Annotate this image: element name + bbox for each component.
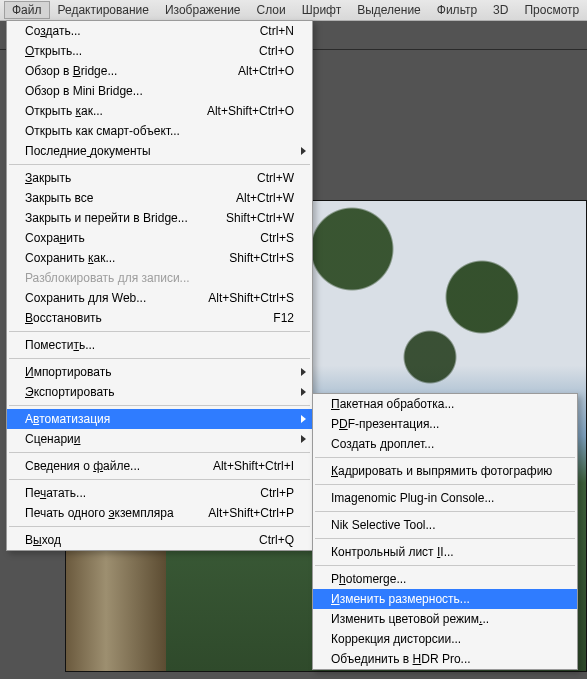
file-menu-item-23[interactable]: Сценарии: [7, 429, 312, 449]
file-menu-item-20[interactable]: Экспортировать: [7, 382, 312, 402]
menubar-item-просмотр[interactable]: Просмотр: [516, 1, 587, 19]
automation-item-2[interactable]: Создать дроплет...: [313, 434, 577, 454]
file-menu-item-28[interactable]: Печать одного экземпляраAlt+Shift+Ctrl+P: [7, 503, 312, 523]
file-menu-item-0[interactable]: Создать...Ctrl+N: [7, 21, 312, 41]
menu-item-label: Сохранить как...: [25, 251, 115, 265]
menubar-item-слои[interactable]: Слои: [249, 1, 294, 19]
menu-separator: [9, 358, 310, 359]
menu-item-label: Кадрировать и выпрямить фотографию: [331, 464, 552, 478]
file-menu-item-12[interactable]: Сохранить как...Shift+Ctrl+S: [7, 248, 312, 268]
automation-item-0[interactable]: Пакетная обработка...: [313, 394, 577, 414]
chevron-right-icon: [301, 368, 306, 376]
menu-item-label: Изменить размерность...: [331, 592, 470, 606]
automation-item-16[interactable]: Объединить в HDR Pro...: [313, 649, 577, 669]
file-menu-item-17[interactable]: Поместить...: [7, 335, 312, 355]
automation-item-12[interactable]: Photomerge...: [313, 569, 577, 589]
menu-separator: [9, 526, 310, 527]
menu-item-label: Сохранить: [25, 231, 85, 245]
menu-separator: [9, 405, 310, 406]
automation-item-10[interactable]: Контрольный лист II...: [313, 542, 577, 562]
menu-item-label: Печать одного экземпляра: [25, 506, 174, 520]
chevron-right-icon: [301, 435, 306, 443]
menu-shortcut: Ctrl+W: [257, 171, 294, 185]
automation-item-8[interactable]: Nik Selective Tool...: [313, 515, 577, 535]
automation-item-6[interactable]: Imagenomic Plug-in Console...: [313, 488, 577, 508]
menu-shortcut: Shift+Ctrl+S: [229, 251, 294, 265]
file-menu-item-1[interactable]: Открыть...Ctrl+O: [7, 41, 312, 61]
menu-item-label: Создать...: [25, 24, 81, 38]
menu-separator: [315, 511, 575, 512]
menu-item-label: Открыть как...: [25, 104, 103, 118]
automation-submenu: Пакетная обработка...PDF-презентация...С…: [312, 393, 578, 670]
menu-separator: [9, 164, 310, 165]
menu-shortcut: Ctrl+O: [259, 44, 294, 58]
menu-item-label: Объединить в HDR Pro...: [331, 652, 471, 666]
menu-item-label: Восстановить: [25, 311, 102, 325]
file-menu-dropdown: Создать...Ctrl+NОткрыть...Ctrl+OОбзор в …: [6, 20, 313, 551]
menu-shortcut: Alt+Shift+Ctrl+O: [207, 104, 294, 118]
menu-item-label: Сценарии: [25, 432, 80, 446]
menu-shortcut: Alt+Shift+Ctrl+S: [208, 291, 294, 305]
menu-item-label: Выход: [25, 533, 61, 547]
menu-separator: [9, 452, 310, 453]
file-menu-item-13: Разблокировать для записи...: [7, 268, 312, 288]
menu-item-label: Imagenomic Plug-in Console...: [331, 491, 494, 505]
automation-item-13[interactable]: Изменить размерность...: [313, 589, 577, 609]
file-menu-item-4[interactable]: Открыть как...Alt+Shift+Ctrl+O: [7, 101, 312, 121]
menu-item-label: Обзор в Bridge...: [25, 64, 117, 78]
menu-item-label: Автоматизация: [25, 412, 110, 426]
file-menu-item-25[interactable]: Сведения о файле...Alt+Shift+Ctrl+I: [7, 456, 312, 476]
menu-item-label: Поместить...: [25, 338, 95, 352]
chevron-right-icon: [301, 147, 306, 155]
menubar-item-фильтр[interactable]: Фильтр: [429, 1, 485, 19]
menu-item-label: Закрыть все: [25, 191, 93, 205]
menu-shortcut: Ctrl+S: [260, 231, 294, 245]
menu-shortcut: Shift+Ctrl+W: [226, 211, 294, 225]
file-menu-item-27[interactable]: Печатать...Ctrl+P: [7, 483, 312, 503]
menu-separator: [315, 538, 575, 539]
menu-item-label: Импортировать: [25, 365, 111, 379]
menubar-item-изображение[interactable]: Изображение: [157, 1, 249, 19]
file-menu-item-5[interactable]: Открыть как смарт-объект...: [7, 121, 312, 141]
file-menu-item-6[interactable]: Последние документы: [7, 141, 312, 161]
automation-item-14[interactable]: Изменить цветовой режим...: [313, 609, 577, 629]
file-menu-item-2[interactable]: Обзор в Bridge...Alt+Ctrl+O: [7, 61, 312, 81]
menu-item-label: Разблокировать для записи...: [25, 271, 190, 285]
menu-item-label: Photomerge...: [331, 572, 406, 586]
menu-item-label: Коррекция дисторсии...: [331, 632, 461, 646]
menubar-item-редактирование[interactable]: Редактирование: [50, 1, 157, 19]
file-menu-item-22[interactable]: Автоматизация: [7, 409, 312, 429]
menubar-item-файл[interactable]: Файл: [4, 1, 50, 19]
menu-item-label: Обзор в Mini Bridge...: [25, 84, 143, 98]
menu-separator: [9, 331, 310, 332]
file-menu-item-19[interactable]: Импортировать: [7, 362, 312, 382]
menubar-item-шрифт[interactable]: Шрифт: [294, 1, 349, 19]
menu-separator: [9, 479, 310, 480]
menu-shortcut: F12: [273, 311, 294, 325]
file-menu-item-14[interactable]: Сохранить для Web...Alt+Shift+Ctrl+S: [7, 288, 312, 308]
menu-item-label: Печатать...: [25, 486, 86, 500]
file-menu-item-11[interactable]: СохранитьCtrl+S: [7, 228, 312, 248]
file-menu-item-30[interactable]: ВыходCtrl+Q: [7, 530, 312, 550]
automation-item-15[interactable]: Коррекция дисторсии...: [313, 629, 577, 649]
menu-item-label: Открыть...: [25, 44, 82, 58]
menubar-item-выделение[interactable]: Выделение: [349, 1, 429, 19]
file-menu-item-8[interactable]: ЗакрытьCtrl+W: [7, 168, 312, 188]
menu-item-label: Экспортировать: [25, 385, 115, 399]
menu-item-label: Сведения о файле...: [25, 459, 140, 473]
file-menu-item-15[interactable]: ВосстановитьF12: [7, 308, 312, 328]
menu-shortcut: Ctrl+P: [260, 486, 294, 500]
file-menu-item-9[interactable]: Закрыть всеAlt+Ctrl+W: [7, 188, 312, 208]
menu-item-label: Пакетная обработка...: [331, 397, 454, 411]
chevron-right-icon: [301, 388, 306, 396]
menubar: ФайлРедактированиеИзображениеСлоиШрифтВы…: [0, 0, 587, 21]
menu-item-label: Закрыть: [25, 171, 71, 185]
file-menu-item-10[interactable]: Закрыть и перейти в Bridge...Shift+Ctrl+…: [7, 208, 312, 228]
menu-separator: [315, 484, 575, 485]
menu-separator: [315, 457, 575, 458]
automation-item-4[interactable]: Кадрировать и выпрямить фотографию: [313, 461, 577, 481]
automation-item-1[interactable]: PDF-презентация...: [313, 414, 577, 434]
menu-item-label: Открыть как смарт-объект...: [25, 124, 180, 138]
menubar-item-3d[interactable]: 3D: [485, 1, 516, 19]
file-menu-item-3[interactable]: Обзор в Mini Bridge...: [7, 81, 312, 101]
